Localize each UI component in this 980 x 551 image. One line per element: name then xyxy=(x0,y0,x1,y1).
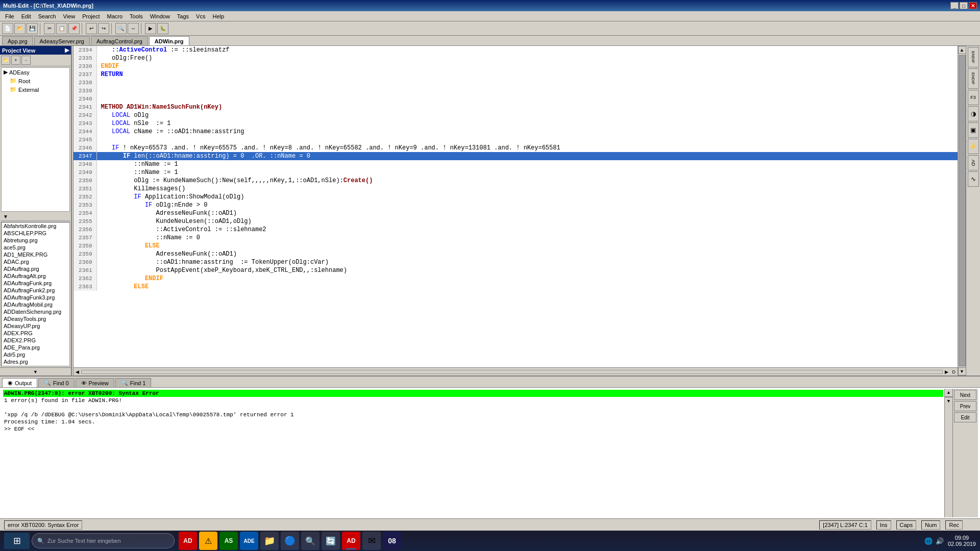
code-line-2340[interactable]: 2340 xyxy=(74,95,958,103)
tab-app-prg[interactable]: App.prg xyxy=(2,36,33,45)
file-item[interactable]: Adr5.prg xyxy=(2,351,69,358)
code-line-2344[interactable]: 2344 LOCAL cName := ::oAD1:hname:asstrin… xyxy=(74,128,958,136)
toolbar-cut[interactable]: ✂ xyxy=(44,23,55,34)
toolbar-undo[interactable]: ↩ xyxy=(86,23,97,34)
right-btn-circle[interactable]: ◑ xyxy=(968,106,979,121)
taskbar-app-ad1[interactable]: AD xyxy=(179,532,197,550)
maximize-button[interactable]: □ xyxy=(960,2,968,9)
code-line-2338[interactable]: 2338 xyxy=(74,79,958,87)
file-item[interactable]: Adres.prg xyxy=(2,358,69,365)
taskbar-app-as[interactable]: AS xyxy=(219,532,238,550)
file-item[interactable]: ADDatenSicherung.prg xyxy=(2,308,69,315)
menu-vcs[interactable]: Vcs xyxy=(193,12,208,20)
menu-tools[interactable]: Tools xyxy=(127,12,146,20)
code-line-2337[interactable]: 2337 RETURN xyxy=(74,70,958,79)
file-item[interactable]: AdresFunk.prg xyxy=(2,365,69,366)
code-line-2359[interactable]: 2359 AdresseNeuFunk(::oAD1) xyxy=(74,250,958,258)
code-line-2362[interactable]: 2362 ENDIF xyxy=(74,274,958,283)
title-bar-controls[interactable]: _ □ ✕ xyxy=(950,2,977,9)
file-item[interactable]: ADAuftrag.prg xyxy=(2,265,69,272)
output-edit-button[interactable]: Edit xyxy=(954,412,976,422)
toolbar-redo[interactable]: ↪ xyxy=(98,23,109,34)
taskbar-app-search2[interactable]: 🔍 xyxy=(301,532,320,550)
minimize-button[interactable]: _ xyxy=(950,2,959,9)
taskbar-network-icon[interactable]: 🌐 xyxy=(924,537,933,545)
sidebar-scrollbar[interactable]: ▼ xyxy=(0,367,71,375)
toolbar-replace[interactable]: ↔ xyxy=(128,23,139,34)
start-button[interactable]: ⊞ xyxy=(4,533,30,549)
code-line-2349[interactable]: 2349 ::nName := 1 xyxy=(74,168,958,177)
file-list[interactable]: AbfahrtsKontrolle.prg ABSCHLEP.PRG Abtre… xyxy=(1,222,70,366)
file-item[interactable]: ADeasyTools.prg xyxy=(2,315,69,322)
output-tab-output[interactable]: ◉ Output xyxy=(2,378,37,387)
project-view-toggle[interactable]: ▶ xyxy=(65,47,69,54)
taskbar-app-warning[interactable]: ⚠ xyxy=(199,532,217,550)
file-item[interactable]: ADAuftragMobil.prg xyxy=(2,301,69,308)
tab-adeasy-server[interactable]: AdeasyServer.prg xyxy=(34,36,90,45)
right-btn-ad[interactable]: AD xyxy=(968,155,979,170)
right-btn-wave[interactable]: ∿ xyxy=(968,171,979,187)
output-tab-find0[interactable]: 🔍 Find 0 xyxy=(38,378,75,387)
code-line-2336[interactable]: 2336 ENDIF xyxy=(74,62,958,70)
tree-external[interactable]: 📁 External xyxy=(2,85,69,94)
code-line-2345[interactable]: 2345 xyxy=(74,136,958,144)
right-btn-lightning[interactable]: ⚡ xyxy=(968,139,979,154)
right-btn-endif[interactable]: ENDIF xyxy=(968,47,979,67)
menu-edit[interactable]: Edit xyxy=(18,12,34,20)
menu-window[interactable]: Window xyxy=(147,12,173,20)
output-tab-find1[interactable]: 🔍 Find 1 xyxy=(115,378,152,387)
taskbar-app-folder[interactable]: 📁 xyxy=(260,532,279,550)
code-line-2343[interactable]: 2343 LOCAL nSle := 1 xyxy=(74,119,958,128)
menu-view[interactable]: View xyxy=(60,12,79,20)
toolbar-debug[interactable]: 🐛 xyxy=(157,23,168,34)
toolbar-copy[interactable]: 📋 xyxy=(56,23,67,34)
file-item[interactable]: AD1_MERK.PRG xyxy=(2,251,69,258)
toolbar-find[interactable]: 🔍 xyxy=(115,23,127,34)
toolbar-new[interactable]: 📄 xyxy=(2,23,13,34)
code-line-2334[interactable]: 2334 ::ActiveControl := ::sleeinsatzf xyxy=(74,46,958,54)
tab-adwin-prg[interactable]: ADWin.prg xyxy=(149,36,189,45)
file-item[interactable]: ADAuftragFunk3.prg xyxy=(2,294,69,301)
code-line-2358[interactable]: 2358 ELSE xyxy=(74,242,958,250)
toolbar-save[interactable]: 💾 xyxy=(27,23,38,34)
taskbar-app-mail[interactable]: ✉ xyxy=(362,532,381,550)
file-item[interactable]: ADeasyUP.prg xyxy=(2,322,69,330)
code-line-2339[interactable]: 2339 xyxy=(74,87,958,95)
right-btn-square[interactable]: ▣ xyxy=(968,122,979,138)
code-line-2348[interactable]: 2348 ::nName := 1 xyxy=(74,160,958,168)
code-line-2360[interactable]: 2360 ::oAD1:hname:asstring := TokenUpper… xyxy=(74,258,958,266)
file-item[interactable]: ADEX2.PRG xyxy=(2,337,69,344)
menu-file[interactable]: File xyxy=(2,12,17,20)
taskbar-app-ad2[interactable]: AD xyxy=(342,532,360,550)
code-line-2363[interactable]: 2363 ELSE xyxy=(74,283,958,291)
file-item[interactable]: ADAuftragAlt.prg xyxy=(2,272,69,280)
taskbar-clock[interactable]: 09:09 02.09.2019 xyxy=(948,535,976,547)
output-scrollbar[interactable]: ▲ ▼ xyxy=(944,389,952,517)
taskbar-app-ade[interactable]: ADE xyxy=(240,532,258,550)
output-next-button[interactable]: Next xyxy=(954,390,976,400)
taskbar-search[interactable]: 🔍 Zur Suche Text hier eingeben xyxy=(32,533,175,548)
menu-project[interactable]: Project xyxy=(79,12,103,20)
code-line-2335[interactable]: 2335 oDlg:Free() xyxy=(74,54,958,62)
code-line-2347[interactable]: 2347 IF len(::oAD1:hname:asstring) = 0 .… xyxy=(74,152,958,160)
code-line-2346[interactable]: 2346 IF ! nKey=65573 .and. ! nKey=65575 … xyxy=(74,144,958,152)
toolbar-paste[interactable]: 📌 xyxy=(68,23,80,34)
right-btn-endif2[interactable]: ENDIF xyxy=(968,68,979,89)
code-line-2353[interactable]: 2353 IF oDlg:nEnde > 0 xyxy=(74,201,958,209)
taskbar-volume-icon[interactable]: 🔊 xyxy=(936,537,944,545)
code-line-2355[interactable]: 2355 KundeNeuLesen(::oAD1,oDlg) xyxy=(74,217,958,226)
right-btn-f3[interactable]: F3 xyxy=(968,90,979,105)
file-item[interactable]: ADAuftragFunk2.prg xyxy=(2,287,69,294)
toolbar-open[interactable]: 📂 xyxy=(14,23,26,34)
code-editor[interactable]: 2334 ::ActiveControl := ::sleeinsatzf 23… xyxy=(74,46,958,367)
pv-btn2[interactable]: + xyxy=(11,56,20,65)
menu-macro[interactable]: Macro xyxy=(104,12,126,20)
editor-hscrollbar[interactable]: ◀ ▶ D xyxy=(74,367,958,375)
taskbar-app-sync[interactable]: 🔄 xyxy=(322,532,340,550)
editor-vscrollbar[interactable]: ▲ ▼ xyxy=(958,46,966,375)
menu-tags[interactable]: Tags xyxy=(174,12,192,20)
code-line-2357[interactable]: 2357 ::nName := 0 xyxy=(74,234,958,242)
code-line-2361[interactable]: 2361 PostAppEvent(xbeP_Keyboard,xbeK_CTR… xyxy=(74,266,958,274)
file-item[interactable]: ADEX.PRG xyxy=(2,330,69,337)
output-tab-preview[interactable]: 👁 Preview xyxy=(76,378,114,387)
